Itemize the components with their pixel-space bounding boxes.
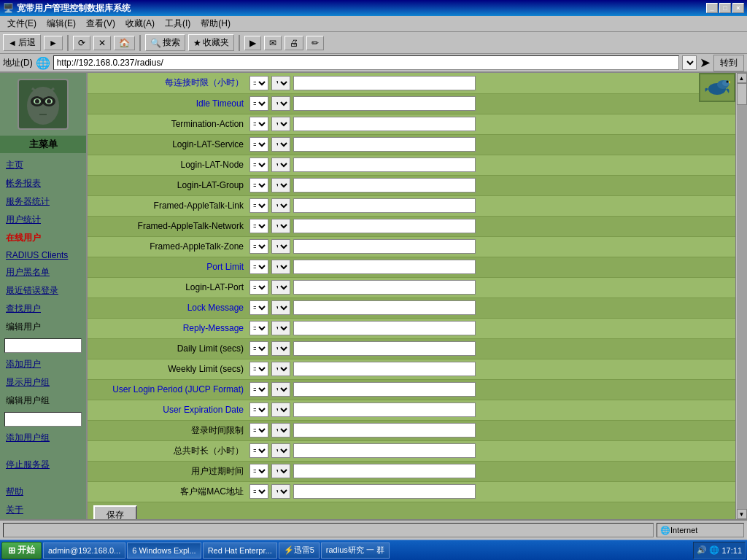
sidebar-item-show-groups[interactable]: 显示用户组	[0, 373, 86, 392]
value-input[interactable]	[293, 423, 476, 438]
menu-tools[interactable]: 工具(I)	[160, 16, 195, 31]
value-type-select[interactable]: ▼	[271, 219, 290, 233]
value-input[interactable]	[293, 300, 476, 315]
scrollbar[interactable]: ▲ ▼	[735, 73, 747, 519]
value-type-select[interactable]: ▼	[271, 362, 290, 376]
value-type-select[interactable]: ▼	[271, 464, 290, 478]
sidebar-item-server-stats[interactable]: 服务器统计	[0, 192, 86, 211]
sidebar-item-radius-clients[interactable]: RADIUS Clients	[0, 247, 86, 263]
op-select[interactable]: = != < >	[249, 137, 268, 152]
minimize-button[interactable]: _	[706, 3, 718, 13]
op-select[interactable]: = != < >	[249, 321, 268, 335]
sidebar-item-help[interactable]: 帮助	[0, 483, 86, 501]
mail-button[interactable]: ✉	[264, 36, 282, 50]
scroll-thumb[interactable]	[737, 83, 747, 105]
sidebar-item-blacklist[interactable]: 用户黑名单	[0, 263, 86, 281]
op-select[interactable]: = != < >	[249, 402, 268, 417]
sidebar-item-find-user[interactable]: 查找用户	[0, 300, 86, 318]
op-select[interactable]: = != < >	[249, 443, 268, 458]
value-input[interactable]	[293, 117, 476, 131]
media-button[interactable]: ▶	[244, 36, 261, 50]
menu-favorites[interactable]: 收藏(A)	[121, 16, 159, 31]
value-input[interactable]	[293, 362, 476, 376]
scroll-up-button[interactable]: ▲	[737, 73, 747, 83]
save-button[interactable]: 保存	[93, 505, 137, 520]
sidebar-item-about[interactable]: 关于	[0, 501, 86, 519]
op-select[interactable]: = != < >	[249, 280, 268, 295]
op-select[interactable]: = != < >	[249, 382, 268, 397]
value-input[interactable]	[293, 280, 476, 295]
value-type-select[interactable]: ▼	[271, 178, 290, 192]
value-input[interactable]	[293, 158, 476, 172]
value-type-select[interactable]: ▼	[271, 423, 290, 438]
op-select[interactable]: = != < >	[249, 300, 268, 315]
content-scroll[interactable]: 每连接时限（小时） = != < > ▼ Idle Timeout	[88, 73, 735, 519]
value-input[interactable]	[293, 239, 476, 254]
refresh-button[interactable]: ⟳	[73, 36, 90, 50]
edit-group-input[interactable]	[4, 412, 82, 427]
value-type-select[interactable]: ▼	[271, 260, 290, 274]
op-select[interactable]: = != < >	[249, 96, 268, 111]
value-input[interactable]	[293, 219, 476, 233]
value-type-select[interactable]: ▼	[271, 76, 290, 90]
edit-button[interactable]: ✏	[306, 36, 324, 50]
op-select[interactable]: = != < >	[249, 219, 268, 233]
op-select[interactable]: = != < >	[249, 464, 268, 478]
menu-file[interactable]: 文件(E)	[3, 16, 41, 31]
op-select[interactable]: = != < >	[249, 178, 268, 192]
value-type-select[interactable]: ▼	[271, 382, 290, 397]
value-input[interactable]	[293, 341, 476, 356]
print-button[interactable]: 🖨	[285, 36, 303, 50]
sidebar-item-recent-errors[interactable]: 最近错误登录	[0, 281, 86, 300]
sidebar-item-online-users[interactable]: 在线用户	[0, 229, 86, 247]
edit-user-input[interactable]	[4, 338, 82, 353]
home-toolbar-button[interactable]: 🏠	[114, 36, 135, 50]
value-input[interactable]	[293, 96, 476, 111]
sidebar-item-add-group[interactable]: 添加用户组	[0, 429, 86, 447]
start-button[interactable]: ⊞ 开始	[1, 542, 42, 559]
search-button[interactable]: 🔍 搜索	[145, 34, 185, 51]
address-dropdown[interactable]: ▼	[682, 55, 697, 70]
go-button[interactable]: 转到	[713, 55, 744, 71]
value-type-select[interactable]: ▼	[271, 117, 290, 131]
taskbar-item-admin[interactable]: admin@192.168.0...	[43, 542, 125, 559]
sidebar-item-user-stats[interactable]: 用户统计	[0, 211, 86, 229]
stop-button[interactable]: ✕	[93, 36, 111, 50]
op-select[interactable]: = != < >	[249, 158, 268, 172]
value-type-select[interactable]: ▼	[271, 96, 290, 111]
value-input[interactable]	[293, 443, 476, 458]
forward-button[interactable]: ►	[44, 36, 63, 50]
op-select[interactable]: = != < >	[249, 260, 268, 274]
value-type-select[interactable]: ▼	[271, 341, 290, 356]
value-input[interactable]	[293, 464, 476, 478]
value-input[interactable]	[293, 137, 476, 152]
menu-view[interactable]: 查看(V)	[82, 16, 120, 31]
value-input[interactable]	[293, 382, 476, 397]
menu-edit[interactable]: 编辑(E)	[42, 16, 80, 31]
value-type-select[interactable]: ▼	[271, 158, 290, 172]
menu-help[interactable]: 帮助(H)	[196, 16, 235, 31]
value-input[interactable]	[293, 76, 476, 90]
op-select[interactable]: = != < >	[249, 76, 268, 90]
value-type-select[interactable]: ▼	[271, 137, 290, 152]
go-arrow-icon[interactable]: ➤	[700, 55, 711, 71]
value-type-select[interactable]: ▼	[271, 198, 290, 213]
value-type-select[interactable]: ▼	[271, 300, 290, 315]
value-input[interactable]	[293, 402, 476, 417]
op-select[interactable]: = != < >	[249, 484, 268, 499]
address-input[interactable]	[53, 55, 679, 70]
op-select[interactable]: = != < >	[249, 362, 268, 376]
maximize-button[interactable]: □	[719, 3, 731, 13]
value-type-select[interactable]: ▼	[271, 280, 290, 295]
value-input[interactable]	[293, 260, 476, 274]
favorites-button[interactable]: ★ 收藏夹	[188, 34, 234, 51]
close-button[interactable]: ×	[732, 3, 744, 13]
taskbar-item-explorer[interactable]: 6 Windows Expl...	[127, 542, 201, 559]
value-type-select[interactable]: ▼	[271, 484, 290, 499]
scroll-down-button[interactable]: ▼	[737, 509, 747, 519]
value-input[interactable]	[293, 178, 476, 192]
op-select[interactable]: = != < >	[249, 198, 268, 213]
op-select[interactable]: = != < >	[249, 423, 268, 438]
value-type-select[interactable]: ▼	[271, 443, 290, 458]
sidebar-item-home[interactable]: 主页	[0, 156, 86, 174]
